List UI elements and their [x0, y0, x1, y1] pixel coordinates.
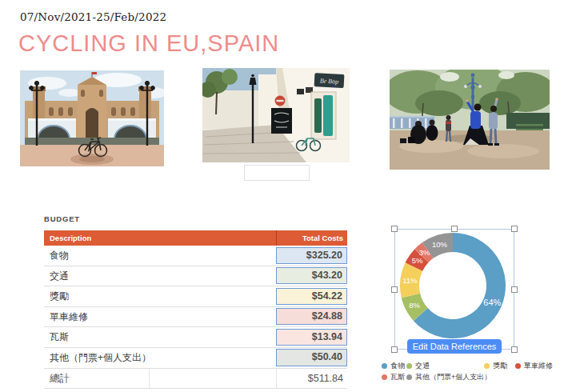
donut-chart[interactable]: 64%8%11%5%3%10% — [394, 229, 514, 350]
row-label[interactable]: 單車維修 — [44, 307, 276, 327]
total-value[interactable]: $511.84 — [276, 369, 347, 389]
table-row: 交通 $43.20 — [44, 266, 347, 287]
budget-table: Description Total Costs 食物 $325.20 交通 $4… — [44, 230, 347, 389]
date-range: 07/Nov/2021-25/Feb/2022 — [20, 10, 166, 23]
row-label[interactable]: 食物 — [44, 246, 276, 266]
edit-data-references-button[interactable]: Edit Data References — [407, 339, 502, 354]
legend-item-transport: 交通 — [406, 362, 430, 370]
chart-legend: 食物交通獎勵單車維修瓦斯其他（門票+個人支出） — [378, 362, 570, 384]
cost-cell[interactable]: $325.20 — [276, 247, 347, 264]
donut-label-other: 10% — [432, 240, 448, 249]
empty-text-box[interactable] — [244, 165, 310, 181]
legend-label: 獎勵 — [493, 361, 507, 371]
legend-item-food: 食物 — [382, 362, 405, 370]
row-label[interactable]: 瓦斯 — [44, 327, 276, 347]
ceramic-railing — [390, 116, 434, 129]
photo-park-flamenco[interactable] — [390, 70, 550, 170]
selection-handle-n[interactable] — [451, 226, 458, 232]
cost-cell[interactable]: $50.40 — [276, 349, 347, 366]
cost-cell[interactable]: $13.94 — [276, 329, 347, 346]
table-row: 食物 $325.20 — [44, 246, 347, 266]
slide-canvas: 07/Nov/2021-25/Feb/2022 CYCLING IN EU,SP… — [0, 0, 576, 392]
legend-dot-reward — [484, 363, 490, 369]
page-title: CYCLING IN EU,SPAIN — [18, 30, 279, 57]
total-label[interactable]: 總計 — [44, 369, 149, 389]
right-bridge — [108, 118, 156, 139]
cost-cell[interactable]: $24.88 — [276, 308, 347, 325]
hedge — [506, 113, 550, 129]
table-row: 其他（門票+個人支出） $50.40 — [44, 348, 347, 369]
hanging-clothes — [311, 92, 336, 139]
legend-dot-bike-repair — [515, 363, 521, 369]
cost-cell[interactable]: $43.20 — [276, 267, 347, 284]
budget-section-label: BUDGET — [44, 214, 80, 223]
legend-label: 食物 — [390, 361, 405, 371]
legend-dot-gas — [382, 374, 387, 380]
svg-text:Be Bop: Be Bop — [320, 77, 339, 85]
legend-item-other: 其他（門票+個人支出） — [406, 373, 491, 381]
legend-dot-other — [406, 374, 412, 380]
donut-label-bike-repair: 5% — [412, 256, 423, 265]
central-arch — [86, 108, 98, 138]
donut-label-transport: 8% — [409, 301, 420, 310]
legend-item-gas: 瓦斯 — [382, 373, 405, 381]
donut-chart-object[interactable]: 64%8%11%5%3%10% Edit Data References — [394, 229, 514, 350]
menu-board — [271, 108, 292, 134]
legend-item-bike-repair: 單車維修 — [515, 362, 553, 370]
row-label[interactable]: 交通 — [44, 266, 276, 286]
table-row: 瓦斯 $13.94 — [44, 327, 347, 348]
selection-handle-ne[interactable] — [511, 226, 518, 232]
table-header-row: Description Total Costs — [44, 230, 347, 246]
photo-white-street[interactable]: Be Bop — [202, 68, 350, 162]
shop-sign: Be Bop — [314, 73, 345, 88]
budget-rows: 食物 $325.20 交通 $43.20 獎勵 $54.22 單車維修 $24.… — [44, 246, 347, 369]
legend-label: 交通 — [415, 361, 430, 371]
cost-cell[interactable]: $54.22 — [276, 288, 347, 305]
photo-plaza-espana[interactable] — [20, 70, 164, 166]
selection-handle-sw[interactable] — [391, 346, 398, 353]
legend-label: 瓦斯 — [390, 372, 405, 382]
legend-dot-transport — [406, 363, 412, 369]
column-header-description: Description — [44, 230, 276, 246]
donut-label-reward: 11% — [402, 276, 418, 285]
column-header-total-costs: Total Costs — [276, 230, 347, 246]
table-total-row: 總計 $511.84 — [44, 369, 347, 390]
legend-label: 單車維修 — [524, 361, 553, 371]
table-row: 單車維修 $24.88 — [44, 307, 347, 328]
row-label[interactable]: 獎勵 — [44, 286, 276, 306]
selection-handle-se[interactable] — [511, 346, 518, 353]
left-bridge — [28, 118, 76, 139]
table-row: 獎勵 $54.22 — [44, 286, 347, 307]
legend-item-reward: 獎勵 — [484, 362, 507, 370]
donut-label-food: 64% — [483, 298, 501, 307]
selection-handle-e[interactable] — [511, 286, 518, 293]
legend-label: 其他（門票+個人支出） — [415, 372, 491, 382]
total-spacer-cell[interactable] — [149, 369, 276, 389]
legend-dot-food — [382, 363, 387, 369]
row-label[interactable]: 其他（門票+個人支出） — [44, 348, 276, 368]
selection-handle-nw[interactable] — [391, 226, 398, 232]
selection-handle-w[interactable] — [391, 286, 398, 293]
